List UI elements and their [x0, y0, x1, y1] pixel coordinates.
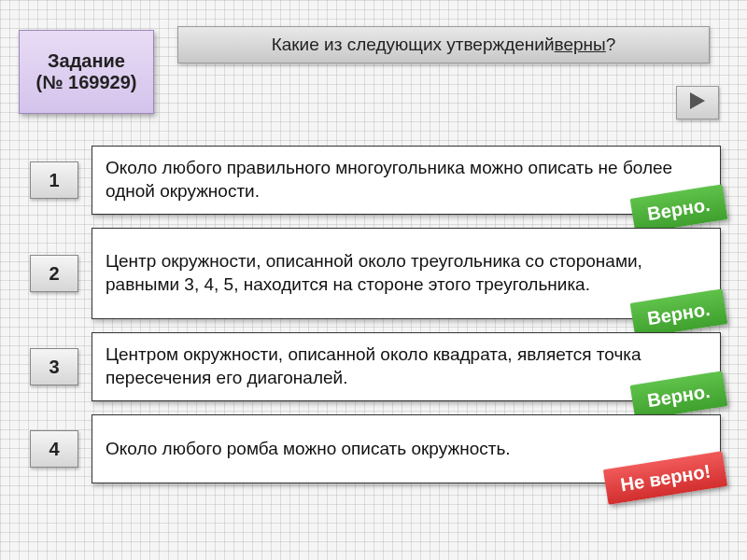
option-text-box: Центр окружности, описанной около треуго…: [92, 228, 721, 319]
option-text-box: Около любого правильного многоугольника …: [92, 146, 721, 215]
question-prefix: Какие из следующих утверждений: [272, 35, 555, 55]
result-badge-wrong: Не верно!: [602, 451, 727, 505]
option-number-button-3[interactable]: 3: [30, 348, 78, 385]
option-text: Центр окружности, описанной около треуго…: [106, 250, 707, 296]
option-row: 2 Центр окружности, описанной около треу…: [30, 228, 721, 319]
task-number: (№ 169929): [36, 72, 137, 93]
option-text-box: Центром окружности, описанной около квад…: [92, 332, 721, 401]
arrow-right-icon: [686, 90, 709, 116]
option-row: 4 Около любого ромба можно описать окруж…: [30, 414, 721, 483]
task-box: Задание (№ 169929): [19, 30, 154, 114]
task-label: Задание: [48, 50, 125, 72]
option-text: Центром окружности, описанной около квад…: [106, 343, 707, 389]
option-number-button-2[interactable]: 2: [30, 255, 78, 292]
option-row: 1 Около любого правильного многоугольник…: [30, 146, 721, 215]
option-text: Около любого ромба можно описать окружно…: [106, 438, 511, 461]
svg-marker-0: [690, 92, 705, 109]
next-button[interactable]: [676, 86, 719, 119]
question-emphasis: верны: [555, 35, 606, 55]
option-text: Около любого правильного многоугольника …: [106, 157, 707, 203]
question-suffix: ?: [606, 35, 616, 55]
option-number-button-4[interactable]: 4: [30, 430, 78, 468]
question-bar: Какие из следующих утверждений верны ?: [177, 26, 710, 63]
option-text-box: Около любого ромба можно описать окружно…: [92, 414, 721, 483]
option-row: 3 Центром окружности, описанной около кв…: [30, 332, 721, 401]
option-number-button-1[interactable]: 1: [30, 161, 78, 199]
